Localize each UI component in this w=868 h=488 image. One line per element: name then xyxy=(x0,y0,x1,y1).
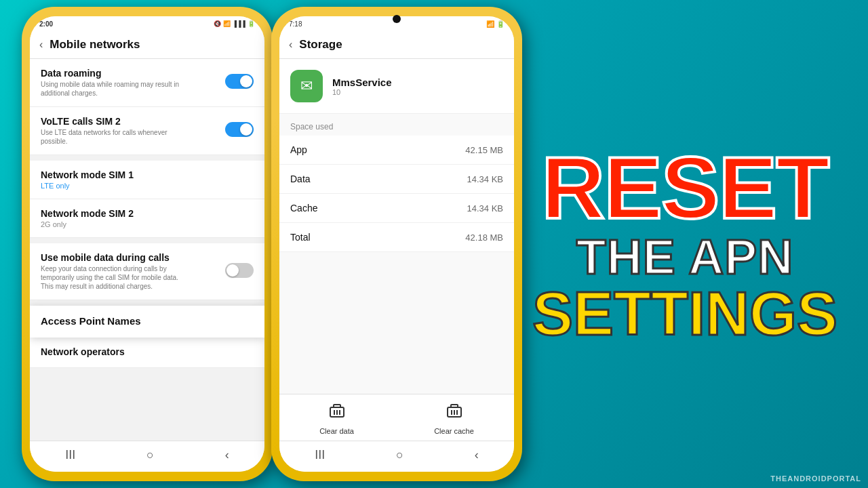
watermark: THEANDROIDPORTAL xyxy=(770,474,861,483)
spacer2 xyxy=(30,238,264,243)
phone1-nav-bar: III ○ ‹ xyxy=(30,441,264,472)
phone2-page-title: Storage xyxy=(299,38,342,52)
phone2-nav-bar: III ○ ‹ xyxy=(279,441,514,472)
data-roaming-toggle-control[interactable] xyxy=(225,74,254,89)
phone1-time: 2:00 xyxy=(39,20,53,28)
storage-section-label: Space used xyxy=(279,114,514,136)
svg-rect-1 xyxy=(334,405,340,407)
spacer1 xyxy=(30,155,264,161)
phone1-outer: 2:00 🔇 📶 ▐▐▐ 🔋 ‹ Mobile networks Data ro… xyxy=(22,7,273,481)
network-operators-item[interactable]: Network operators xyxy=(30,338,264,368)
right-text-panel: RESET THE APN SETTINGS xyxy=(522,144,848,344)
network-operators-title: Network operators xyxy=(41,346,254,357)
use-mobile-data-toggle[interactable] xyxy=(225,263,254,281)
storage-row-cache: Cache 14.34 KB xyxy=(279,194,514,223)
use-mobile-data-toggle-control[interactable] xyxy=(225,263,254,278)
network-mode-sim2-item[interactable]: Network mode SIM 2 2G only xyxy=(30,199,264,238)
phone2-status-icons: 📶 🔋 xyxy=(486,20,505,28)
phone2-wrap: 7:18 📶 🔋 ‹ Storage ✉ MmsService 10 xyxy=(271,7,522,481)
app-icon-symbol: ✉ xyxy=(300,77,313,95)
storage-data-label: Data xyxy=(290,174,311,184)
storage-row-data: Data 14.34 KB xyxy=(279,165,514,194)
storage-total-label: Total xyxy=(290,232,311,243)
back-button[interactable]: ‹ xyxy=(39,39,43,51)
clear-data-icon xyxy=(328,403,346,424)
volte-sim2-title: VoLTE calls SIM 2 xyxy=(41,116,254,127)
app-name: MmsService xyxy=(332,77,392,88)
clear-data-label: Clear data xyxy=(319,427,354,435)
apn-title: Access Point Names xyxy=(41,315,254,327)
volte-sim2-item[interactable]: VoLTE calls SIM 2 Use LTE data networks … xyxy=(30,107,264,155)
storage-total-value: 42.18 MB xyxy=(465,232,503,243)
phone2-outer: 7:18 📶 🔋 ‹ Storage ✉ MmsService 10 xyxy=(271,7,522,481)
phone2-nav-home-icon[interactable]: ○ xyxy=(396,448,403,462)
phone1-screen: 2:00 🔇 📶 ▐▐▐ 🔋 ‹ Mobile networks Data ro… xyxy=(30,16,264,472)
storage-data-value: 14.34 KB xyxy=(467,174,504,184)
phone1-content: Data roaming Using mobile data while roa… xyxy=(30,59,264,441)
phone2-bottom-bar: Clear data Clear cache xyxy=(279,394,514,441)
storage-row-app: App 42.15 MB xyxy=(279,136,514,165)
nav-recent-icon[interactable]: III xyxy=(65,448,75,462)
app-icon: ✉ xyxy=(290,70,323,102)
data-roaming-item[interactable]: Data roaming Using mobile data while roa… xyxy=(30,59,264,107)
network-mode-sim2-sublabel: 2G only xyxy=(41,220,254,228)
phone1-header: ‹ Mobile networks xyxy=(30,31,264,59)
app-info-text: MmsService 10 xyxy=(332,77,392,96)
the-apn-text: THE APN xyxy=(522,232,848,283)
network-mode-sim1-item[interactable]: Network mode SIM 1 LTE only xyxy=(30,161,264,199)
settings-text: SETTINGS xyxy=(522,283,848,344)
network-mode-sim1-sublabel: LTE only xyxy=(41,182,254,190)
spacer3 xyxy=(30,300,264,306)
phone1-wrap: 2:00 🔇 📶 ▐▐▐ 🔋 ‹ Mobile networks Data ro… xyxy=(22,7,273,481)
phone2-nav-back-icon[interactable]: ‹ xyxy=(475,448,479,462)
phone2-screen: 7:18 📶 🔋 ‹ Storage ✉ MmsService 10 xyxy=(279,16,514,472)
volte-sim2-toggle[interactable] xyxy=(225,122,254,140)
storage-app-value: 42.15 MB xyxy=(465,145,503,155)
data-roaming-desc: Using mobile data while roaming may resu… xyxy=(41,80,190,98)
storage-section: Space used App 42.15 MB Data 14.34 KB Ca… xyxy=(279,114,514,252)
use-mobile-data-desc: Keep your data connection during calls b… xyxy=(41,264,190,291)
phone2-header: ‹ Storage xyxy=(279,31,514,59)
clear-cache-label: Clear cache xyxy=(434,427,474,435)
use-mobile-data-item[interactable]: Use mobile data during calls Keep your d… xyxy=(30,243,264,300)
phone2-nav-recent-icon[interactable]: III xyxy=(315,448,325,462)
network-mode-sim1-title: Network mode SIM 1 xyxy=(41,169,254,180)
storage-row-total: Total 42.18 MB xyxy=(279,223,514,252)
apn-item[interactable]: Access Point Names xyxy=(30,306,264,338)
app-info-row: ✉ MmsService 10 xyxy=(279,59,514,114)
use-mobile-data-title: Use mobile data during calls xyxy=(41,252,254,263)
data-roaming-title: Data roaming xyxy=(41,68,254,79)
phone1-status-bar: 2:00 🔇 📶 ▐▐▐ 🔋 xyxy=(30,16,264,31)
clear-data-button[interactable]: Clear data xyxy=(319,403,354,435)
phone2-time: 7:18 xyxy=(289,20,302,28)
volte-sim2-desc: Use LTE data networks for calls whenever… xyxy=(41,128,190,146)
storage-cache-label: Cache xyxy=(290,203,317,214)
clear-cache-icon xyxy=(446,403,463,424)
data-roaming-toggle[interactable] xyxy=(225,74,254,92)
phone2-content: ✉ MmsService 10 Space used App 42.15 MB xyxy=(279,59,514,394)
storage-cache-value: 14.34 KB xyxy=(467,203,504,214)
reset-text: RESET xyxy=(522,144,848,232)
network-mode-sim2-title: Network mode SIM 2 xyxy=(41,208,254,219)
nav-back-icon[interactable]: ‹ xyxy=(225,448,229,462)
clear-cache-button[interactable]: Clear cache xyxy=(434,403,474,435)
phone1-page-title: Mobile networks xyxy=(50,38,140,52)
nav-home-icon[interactable]: ○ xyxy=(146,448,154,462)
phone2-back-button[interactable]: ‹ xyxy=(289,39,292,51)
phone1-status-icons: 🔇 📶 ▐▐▐ 🔋 xyxy=(214,20,255,27)
volte-sim2-toggle-control[interactable] xyxy=(225,122,254,137)
svg-rect-6 xyxy=(451,405,458,407)
storage-app-label: App xyxy=(290,144,307,155)
app-version: 10 xyxy=(332,88,392,96)
